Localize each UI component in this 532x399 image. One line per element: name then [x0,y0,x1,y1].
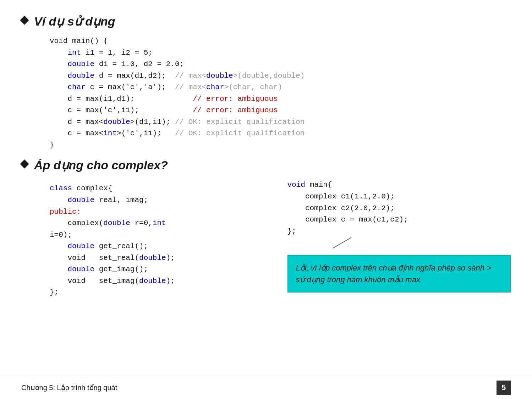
error-text: Lỗi, vì lớp complex trên chưa định nghĩa… [296,263,492,284]
code-line: c = max('c',i1); // error: ambiguous [50,105,511,116]
section-2: Áp dụng cho complex? [21,158,511,172]
error-box: Lỗi, vì lớp complex trên chưa định nghĩa… [287,255,511,293]
code-line: void main() { [50,35,511,47]
right-column: void main{ complex c1(1.1,2.0); complex … [287,179,511,305]
code-line: void set_real(double); [50,252,273,264]
code-line: d = max(i1,d1); // error: ambiguous [50,93,511,105]
footer-text: Chương 5: Lập trình tổng quát [21,383,117,392]
footer: Chương 5: Lập trình tổng quát 5 [0,376,532,399]
code-line: double real, imag; [50,195,273,206]
code-line: int i1 = 1, i2 = 5; [50,47,511,59]
code-line: complex(double r=0,int [50,218,273,229]
main-content: Ví dụ sử dụng void main() { int i1 = 1, … [0,0,532,320]
two-column-layout: class complex{ double real, imag; public… [50,179,511,305]
code-line: double d1 = 1.0, d2 = 2.0; [50,59,511,70]
code-line: double get_imag(); [50,264,273,275]
code-line: double d = max(d1,d2); // max<double>(do… [50,70,511,82]
code-line: } [50,140,511,151]
code-line: double get_real(); [50,241,273,252]
code-line: }; [287,226,511,237]
code-line: complex c1(1.1,2.0); [287,191,511,203]
code-block-right: void main{ complex c1(1.1,2.0); complex … [287,179,511,237]
code-line: c = max<int>('c',i1); // OK: explicit qu… [50,128,511,140]
code-block-1: void main() { int i1 = 1, i2 = 5; double… [50,35,511,151]
bullet-icon-2 [20,160,29,169]
page-number: 5 [497,381,511,395]
section-title-2: Áp dụng cho complex? [34,158,168,172]
code-line: i=0); [50,229,273,241]
bullet-icon-1 [20,16,29,24]
code-line: class complex{ [50,183,273,195]
code-line: public: [50,206,273,218]
code-line: d = max<double>(d1,i1); // OK: explicit … [50,116,511,128]
code-line: }; [50,287,273,299]
code-line: complex c2(2.0,2.2); [287,203,511,214]
code-line: char c = max('c','a'); // max<char>(char… [50,82,511,93]
section-title-1: Ví dụ sử dụng [34,14,115,28]
code-line: void main{ [287,179,511,191]
code-line: complex c = max(c1,c2); [287,214,511,226]
left-column: class complex{ double real, imag; public… [50,179,273,305]
code-line: void set_imag(double); [50,275,273,287]
code-block-left: class complex{ double real, imag; public… [50,183,273,298]
section-1: Ví dụ sử dụng [21,14,511,28]
